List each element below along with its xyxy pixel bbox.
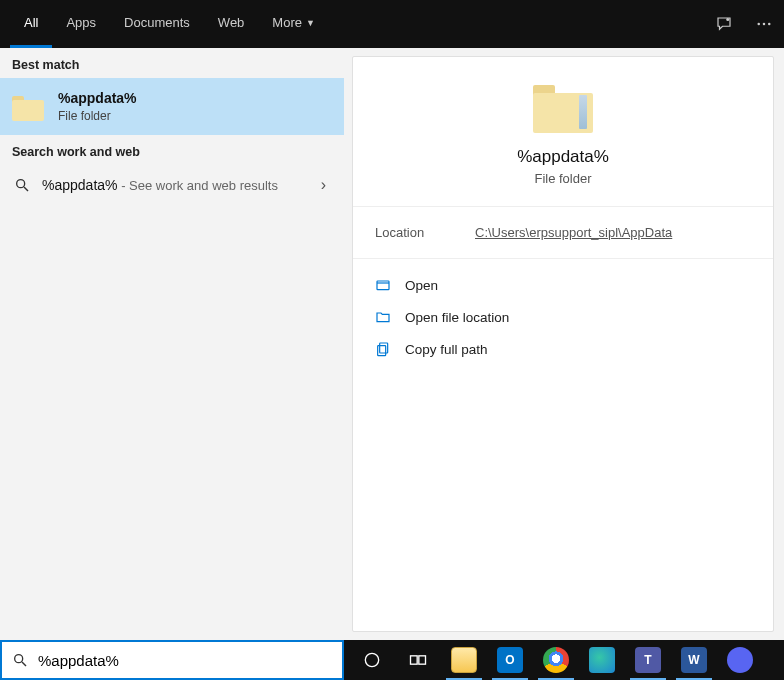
open-icon [375, 277, 391, 293]
taskbar-word[interactable]: W [672, 640, 716, 680]
chevron-down-icon: ▼ [306, 18, 315, 28]
tab-more-label: More [272, 15, 302, 30]
svg-rect-7 [380, 343, 388, 353]
tab-web-label: Web [218, 15, 245, 30]
tab-all-label: All [24, 15, 38, 30]
folder-icon [12, 93, 44, 121]
preview-title: %appdata% [517, 147, 609, 167]
svg-point-9 [15, 655, 23, 663]
search-icon [12, 652, 28, 668]
taskbar-cortana[interactable] [350, 640, 394, 680]
action-open-label: Open [405, 278, 438, 293]
svg-rect-8 [378, 346, 386, 356]
best-match-header: Best match [0, 48, 344, 78]
action-open[interactable]: Open [375, 269, 751, 301]
svg-line-10 [22, 662, 26, 666]
best-match-title: %appdata% [58, 90, 137, 106]
taskbar-file-explorer[interactable] [442, 640, 486, 680]
feedback-icon[interactable] [704, 0, 744, 48]
taskbar-taskview[interactable] [396, 640, 440, 680]
svg-point-4 [17, 180, 25, 188]
svg-rect-13 [419, 656, 426, 664]
action-copy-path-label: Copy full path [405, 342, 488, 357]
search-input[interactable] [38, 652, 332, 669]
taskbar: O T W [344, 640, 784, 680]
taskbar-chrome[interactable] [534, 640, 578, 680]
web-search-text: %appdata% - See work and web results [42, 177, 278, 193]
taskbar-outlook[interactable]: O [488, 640, 532, 680]
tab-apps[interactable]: Apps [52, 0, 110, 48]
more-options-icon[interactable] [744, 0, 784, 48]
preview-panel: %appdata% File folder Location C:\Users\… [352, 56, 774, 632]
search-work-web-header: Search work and web [0, 135, 344, 165]
folder-open-icon [375, 309, 391, 325]
location-link[interactable]: C:\Users\erpsupport_sipl\AppData [475, 225, 672, 240]
tab-web[interactable]: Web [204, 0, 259, 48]
copy-icon [375, 341, 391, 357]
best-match-item[interactable]: %appdata% File folder [0, 78, 344, 135]
taskbar-teams[interactable]: T [626, 640, 670, 680]
svg-point-1 [757, 23, 760, 26]
svg-point-3 [768, 23, 771, 26]
search-box[interactable] [0, 640, 344, 680]
results-panel: Best match %appdata% File folder Search … [0, 48, 344, 640]
action-open-location[interactable]: Open file location [375, 301, 751, 333]
svg-rect-12 [411, 656, 418, 664]
web-search-item[interactable]: %appdata% - See work and web results › [0, 165, 344, 205]
chevron-right-icon: › [321, 176, 326, 194]
action-copy-path[interactable]: Copy full path [375, 333, 751, 365]
folder-icon [533, 81, 593, 133]
taskbar-discord[interactable] [718, 640, 762, 680]
location-label: Location [375, 225, 475, 240]
web-search-term: %appdata% [42, 177, 118, 193]
tab-more[interactable]: More▼ [258, 0, 329, 48]
tab-apps-label: Apps [66, 15, 96, 30]
web-search-hint: - See work and web results [118, 178, 278, 193]
tab-all[interactable]: All [10, 0, 52, 48]
svg-rect-6 [377, 281, 389, 290]
search-icon [14, 177, 30, 193]
svg-point-11 [365, 653, 378, 666]
preview-subtitle: File folder [534, 171, 591, 186]
svg-point-0 [726, 18, 729, 21]
tab-documents-label: Documents [124, 15, 190, 30]
svg-point-2 [763, 23, 766, 26]
tab-documents[interactable]: Documents [110, 0, 204, 48]
action-open-location-label: Open file location [405, 310, 509, 325]
best-match-subtitle: File folder [58, 109, 137, 123]
svg-line-5 [24, 187, 28, 191]
taskbar-edge[interactable] [580, 640, 624, 680]
